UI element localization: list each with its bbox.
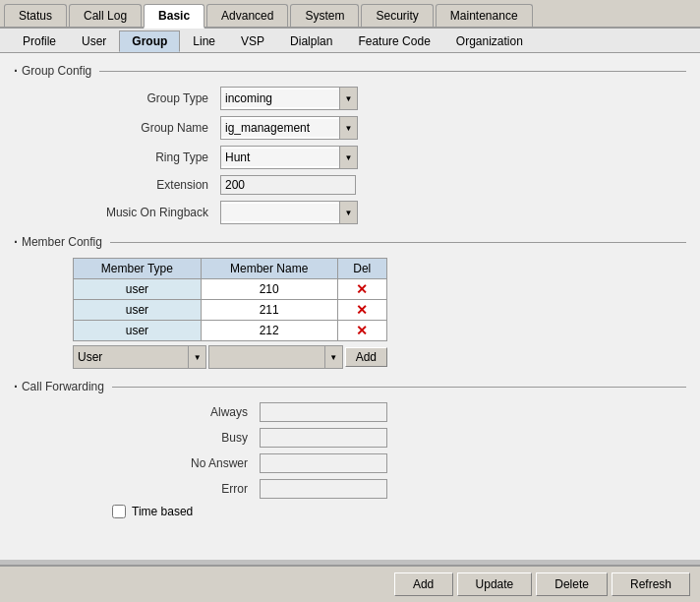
top-tab-bar: Status Call Log Basic Advanced System Se… xyxy=(0,0,700,29)
member-add-button[interactable]: Add xyxy=(345,347,387,367)
member-name-add-wrapper[interactable]: ▼ xyxy=(208,345,342,369)
group-config-section: Group Config Group Type incoming outgoin… xyxy=(14,63,686,224)
add-button[interactable]: Add xyxy=(394,572,453,596)
member-section-divider xyxy=(110,242,686,243)
ring-type-row: Ring Type Hunt Ring All ▼ xyxy=(73,146,686,169)
ring-type-control: Hunt Ring All ▼ xyxy=(220,146,358,169)
col-del: Del xyxy=(337,259,386,279)
cf-error-input[interactable] xyxy=(260,479,387,499)
music-ringback-select[interactable] xyxy=(221,204,339,221)
member-table: Member Type Member Name Del user 210 ✕ u… xyxy=(73,258,387,341)
delete-cell[interactable]: ✕ xyxy=(337,300,386,321)
ring-type-select-wrapper[interactable]: Hunt Ring All ▼ xyxy=(220,146,358,169)
ring-type-label: Ring Type xyxy=(73,150,220,164)
group-type-dropdown-btn[interactable]: ▼ xyxy=(339,88,357,109)
cf-always-input[interactable] xyxy=(260,402,387,422)
group-type-select[interactable]: incoming outgoing xyxy=(221,90,339,107)
col-member-type: Member Type xyxy=(74,259,202,279)
member-type-add-select[interactable]: User xyxy=(74,348,188,366)
subtab-featurecode[interactable]: Feature Code xyxy=(345,30,442,52)
tab-calllog[interactable]: Call Log xyxy=(69,4,142,27)
tab-system[interactable]: System xyxy=(290,4,359,27)
delete-btn-2[interactable]: ✕ xyxy=(356,323,368,338)
tab-advanced[interactable]: Advanced xyxy=(206,4,288,27)
cf-section-divider xyxy=(112,387,686,388)
extension-label: Extension xyxy=(73,178,220,192)
delete-btn-0[interactable]: ✕ xyxy=(356,281,368,297)
music-ringback-select-wrapper[interactable]: ▼ xyxy=(220,201,358,224)
music-ringback-row: Music On Ringback ▼ xyxy=(73,201,686,224)
delete-cell[interactable]: ✕ xyxy=(337,279,386,300)
group-type-label: Group Type xyxy=(73,91,220,105)
cf-timebased-checkbox[interactable] xyxy=(112,505,126,518)
group-name-select-wrapper[interactable]: ig_management ▼ xyxy=(220,116,358,140)
subtab-profile[interactable]: Profile xyxy=(10,30,69,52)
member-type-cell: user xyxy=(74,279,202,300)
subtab-group[interactable]: Group xyxy=(119,30,180,52)
cf-noanswer-control xyxy=(260,453,387,473)
cf-timebased-row: Time based xyxy=(112,505,686,518)
cf-always-row: Always xyxy=(112,402,686,422)
member-type-add-dropdown[interactable]: ▼ xyxy=(188,346,205,368)
extension-row: Extension xyxy=(73,175,686,195)
delete-button[interactable]: Delete xyxy=(536,572,608,596)
music-ringback-dropdown-btn[interactable]: ▼ xyxy=(339,202,357,223)
col-member-name: Member Name xyxy=(201,259,337,279)
ring-type-dropdown-btn[interactable]: ▼ xyxy=(339,147,357,168)
member-type-add-wrapper[interactable]: User ▼ xyxy=(73,345,206,369)
ring-type-select[interactable]: Hunt Ring All xyxy=(221,149,339,166)
group-name-select[interactable]: ig_management xyxy=(221,119,339,137)
extension-control xyxy=(220,175,356,195)
member-config-area: Member Type Member Name Del user 210 ✕ u… xyxy=(14,258,686,369)
music-ringback-label: Music On Ringback xyxy=(73,206,220,219)
group-type-row: Group Type incoming outgoing ▼ xyxy=(73,87,686,110)
member-config-title: Member Config xyxy=(14,234,686,250)
subtab-line[interactable]: Line xyxy=(180,30,228,52)
subtab-dialplan[interactable]: Dialplan xyxy=(277,30,345,52)
music-ringback-control: ▼ xyxy=(220,201,358,224)
member-name-add-select[interactable] xyxy=(209,348,323,366)
group-name-dropdown-btn[interactable]: ▼ xyxy=(339,117,357,139)
member-name-cell: 210 xyxy=(201,279,337,300)
cf-busy-label: Busy xyxy=(112,431,260,445)
cf-noanswer-label: No Answer xyxy=(112,456,260,470)
tab-security[interactable]: Security xyxy=(361,4,433,27)
tab-status[interactable]: Status xyxy=(4,4,67,27)
section-divider xyxy=(99,71,686,72)
group-name-label: Group Name xyxy=(73,121,220,135)
table-row: user 212 ✕ xyxy=(74,321,387,341)
cf-busy-input[interactable] xyxy=(260,428,387,448)
member-add-row: User ▼ ▼ Add xyxy=(73,345,387,369)
group-type-select-wrapper[interactable]: incoming outgoing ▼ xyxy=(220,87,358,110)
member-type-cell: user xyxy=(74,321,202,341)
cf-noanswer-input[interactable] xyxy=(260,453,387,473)
cf-busy-control xyxy=(260,428,387,448)
member-name-cell: 211 xyxy=(201,300,337,321)
cf-timebased-label: Time based xyxy=(132,505,193,518)
extension-input[interactable] xyxy=(220,175,356,195)
delete-btn-1[interactable]: ✕ xyxy=(356,302,368,318)
cf-error-label: Error xyxy=(112,482,260,496)
subtab-vsp[interactable]: VSP xyxy=(228,30,277,52)
delete-cell[interactable]: ✕ xyxy=(337,321,386,341)
subtab-user[interactable]: User xyxy=(69,30,119,52)
cf-always-label: Always xyxy=(112,405,260,419)
update-button[interactable]: Update xyxy=(457,572,533,596)
group-name-control: ig_management ▼ xyxy=(220,116,358,140)
member-name-add-dropdown[interactable]: ▼ xyxy=(324,346,342,368)
cf-error-row: Error xyxy=(112,479,686,499)
cf-busy-row: Busy xyxy=(112,428,686,448)
cf-noanswer-row: No Answer xyxy=(112,453,686,473)
main-content: Group Config Group Type incoming outgoin… xyxy=(0,53,700,560)
refresh-button[interactable]: Refresh xyxy=(612,572,690,596)
group-name-row: Group Name ig_management ▼ xyxy=(73,116,686,140)
tab-maintenance[interactable]: Maintenance xyxy=(436,4,533,27)
subtab-organization[interactable]: Organization xyxy=(443,30,536,52)
call-forwarding-section: Call Forwarding Always Busy No Answer xyxy=(14,379,686,518)
sub-tab-bar: Profile User Group Line VSP Dialplan Fea… xyxy=(0,29,700,53)
call-forwarding-title: Call Forwarding xyxy=(14,379,686,394)
group-type-control: incoming outgoing ▼ xyxy=(220,87,358,110)
tab-basic[interactable]: Basic xyxy=(144,4,204,29)
cf-error-control xyxy=(260,479,387,499)
member-config-section: Member Config Member Type Member Name De… xyxy=(14,234,686,369)
